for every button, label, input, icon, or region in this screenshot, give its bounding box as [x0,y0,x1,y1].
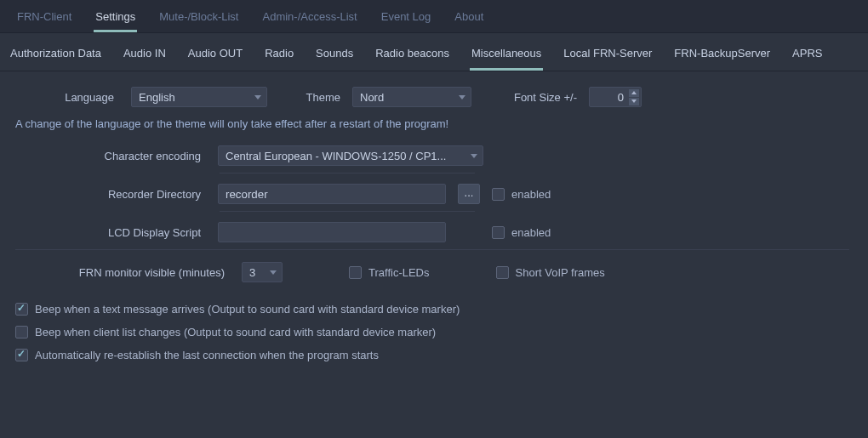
subtab-backup-server[interactable]: FRN-BackupServer [672,43,772,71]
tab-mute-block[interactable]: Mute-/Block-List [157,5,240,32]
frn-monitor-value: 3 [249,266,255,279]
subtab-audio-in[interactable]: Audio IN [122,43,168,71]
tab-label: FRN-Client [17,10,71,23]
subtab-label: Radio [265,47,294,60]
recorder-dir-input[interactable] [218,184,446,204]
tab-label: Admin-/Access-List [262,10,357,23]
subtab-label: APRS [792,47,822,60]
subtab-aprs[interactable]: APRS [791,43,824,71]
subtab-beacons[interactable]: Radio beacons [374,43,451,71]
checkbox-box-icon [492,188,505,201]
subtab-label: Local FRN-Server [563,47,652,60]
checkbox-box-icon [15,303,28,316]
tab-label: Settings [95,10,135,23]
checkbox-box-icon [15,349,28,361]
subtab-miscellaneous[interactable]: Miscellaneous [470,43,543,71]
lcd-script-input[interactable] [218,222,446,242]
subtab-sounds[interactable]: Sounds [314,43,355,71]
checkbox-box-icon [496,266,509,279]
theme-value: Nord [360,91,384,104]
tab-about[interactable]: About [453,5,485,32]
recorder-dir-browse-button[interactable]: ... [458,184,480,204]
auto-reconnect-checkbox[interactable]: Automatically re-establish the last conn… [9,344,859,367]
frn-monitor-label: FRN monitor visible (minutes) [9,266,230,279]
recorder-dir-label: Recorder Directory [9,188,206,201]
beep-list-checkbox[interactable]: Beep when client list changes (Output to… [9,321,859,344]
char-encoding-label: Character encoding [9,150,206,162]
subtab-label: Miscellaneous [471,47,541,60]
restart-note: A change of the language or the theme wi… [9,114,859,145]
char-encoding-select[interactable]: Central European - WINDOWS-1250 / CP1... [218,145,483,166]
subtab-label: FRN-BackupServer [674,47,770,60]
theme-select[interactable]: Nord [352,87,471,107]
short-voip-label: Short VoIP frames [516,266,605,279]
language-label: Language [9,91,119,104]
font-size-down-icon[interactable] [629,98,639,105]
divider [220,211,475,212]
beep-text-label: Beep when a text message arrives (Output… [35,303,460,316]
beep-text-checkbox[interactable]: Beep when a text message arrives (Output… [9,298,859,321]
section-divider [15,249,849,250]
subtab-label: Radio beacons [375,47,449,60]
subtab-auth[interactable]: Authorization Data [9,43,103,71]
tab-frn-client[interactable]: FRN-Client [15,5,73,32]
subtab-radio[interactable]: Radio [263,43,295,71]
char-encoding-value: Central European - WINDOWS-1250 / CP1... [226,150,446,162]
tab-label: About [454,10,483,23]
recorder-enabled-label: enabled [511,188,551,201]
theme-label: Theme [279,91,340,104]
font-size-up-icon[interactable] [629,89,639,97]
subtab-label: Audio IN [123,47,166,60]
subtab-audio-out[interactable]: Audio OUT [186,43,244,71]
traffic-leds-label: Traffic-LEDs [368,266,430,279]
subtab-label: Authorization Data [10,47,101,60]
divider [220,173,475,173]
tab-admin-access[interactable]: Admin-/Access-List [260,5,358,32]
tab-label: Mute-/Block-List [159,10,238,23]
language-select[interactable]: English [131,87,267,107]
language-value: English [139,91,175,104]
auto-reconnect-label: Automatically re-establish the last conn… [35,349,379,361]
subtab-local-server[interactable]: Local FRN-Server [562,43,654,71]
checkbox-box-icon [349,266,362,279]
lcd-enabled-label: enabled [511,226,551,239]
tab-event-log[interactable]: Event Log [380,5,433,32]
short-voip-checkbox[interactable]: Short VoIP frames [496,266,605,279]
tab-settings[interactable]: Settings [94,5,137,32]
subtab-label: Audio OUT [188,47,243,60]
recorder-enabled-checkbox[interactable]: enabled [492,188,551,201]
lcd-enabled-checkbox[interactable]: enabled [492,226,551,239]
subtab-label: Sounds [316,47,353,60]
lcd-script-label: LCD Display Script [9,226,206,239]
font-size-label: Font Size +/- [483,91,577,104]
checkbox-box-icon [492,226,505,239]
beep-list-label: Beep when client list changes (Output to… [35,326,436,338]
font-size-value: 0 [590,91,629,104]
font-size-stepper[interactable]: 0 [589,87,642,107]
frn-monitor-select[interactable]: 3 [242,262,283,282]
checkbox-box-icon [15,326,28,338]
tab-label: Event Log [381,10,431,23]
traffic-leds-checkbox[interactable]: Traffic-LEDs [349,266,430,279]
